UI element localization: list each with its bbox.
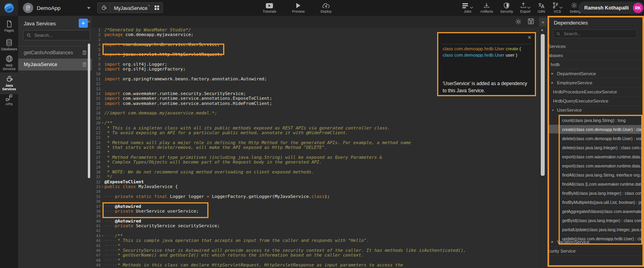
project-switcher[interactable]: DemoApp ▼	[23, 0, 91, 16]
action-export[interactable]: Export	[520, 2, 530, 13]
code-token: import	[104, 42, 120, 47]
dependency-method-row[interactable]: findAll(class java.lang.String, interfac…	[560, 171, 641, 180]
chevron-down-icon	[559, 7, 563, 9]
avatar: RK	[633, 3, 643, 13]
branch-icon	[552, 2, 559, 9]
code-token: package	[104, 32, 123, 37]
code-token: @ExposeToClient	[104, 179, 144, 184]
line-number: 33	[92, 184, 100, 189]
chevron-collapsed-icon: ▶	[549, 72, 557, 75]
code-line: 41····private SecurityService securitySe…	[92, 224, 547, 228]
expand-panel-button[interactable]: »	[539, 18, 547, 27]
signature-token: )	[515, 53, 517, 57]
dependency-method-row[interactable]: delete(class java.lang.Integer) : class …	[560, 143, 641, 152]
add-service-button[interactable]: +	[79, 19, 88, 28]
dependency-method-row[interactable]: findAll(class [Lcom.wavemaker.runtime.da…	[560, 180, 641, 189]
line-number: 12	[92, 82, 100, 86]
action-tutorials[interactable]: Tutorials	[263, 2, 276, 13]
code-token: com.wavemaker.runtime.security.SecurityS…	[120, 91, 246, 96]
tree-item-vacationservice[interactable]: ▶VacationService	[549, 238, 642, 247]
action-preview[interactable]: Preview	[292, 2, 305, 13]
chevron-collapsed-icon: ▶	[549, 81, 557, 84]
panel-scrollbar[interactable]	[88, 44, 90, 178]
code-line: 31 */	[92, 175, 547, 179]
code-token: ····	[104, 194, 115, 199]
delete-service-icon[interactable]	[82, 50, 87, 55]
line-number: 29	[92, 165, 100, 170]
dependency-method-row[interactable]: delete(class com.demoapp.hrdb.User) : vo…	[560, 134, 641, 143]
code-token: class	[311, 194, 324, 199]
dependency-search-box	[553, 29, 637, 38]
code-token: import	[104, 91, 120, 96]
code-token: =	[206, 194, 209, 199]
studio-logo[interactable]	[0, 0, 18, 16]
tree-item-databases[interactable]: Databases	[549, 51, 642, 60]
user-menu[interactable]: Ramesh Kothapalli RK	[578, 2, 644, 14]
close-icon[interactable]: ×	[528, 34, 531, 41]
dependency-method-row[interactable]: findByMultipleIds(java.util.List, boolea…	[560, 198, 641, 207]
dependency-method-row[interactable]: create(class com.demoapp.hrdb.User) : cl…	[560, 125, 641, 134]
code-token: /**	[104, 120, 112, 125]
tree-item-userservice[interactable]: ▼UserService	[549, 106, 642, 115]
signature-token: (	[518, 46, 521, 51]
service-list-item[interactable]: getCardsAndBalances	[18, 47, 92, 59]
sidebar-item-java-services[interactable]: Java Services	[0, 72, 18, 94]
tree-item-label: hrdb	[549, 62, 560, 67]
code-token: org.springframework.beans.factory.annota…	[120, 76, 267, 82]
line-number: 44	[92, 238, 100, 243]
open-file-tab[interactable]: MyJavaService*	[97, 2, 163, 13]
dependency-method-row[interactable]: getById(class java.lang.Integer) : class…	[560, 216, 641, 225]
dependency-method-row[interactable]: export(class com.wavemaker.runtime.data.…	[560, 152, 641, 162]
line-number: 46	[92, 248, 100, 253]
save-icon[interactable]	[528, 18, 534, 25]
action-artifacts[interactable]: Artifacts	[480, 2, 493, 13]
sidebar-item-apis[interactable]: APIs	[0, 94, 18, 106]
service-search-input[interactable]	[34, 32, 87, 38]
fold-arrow-icon[interactable]: ▾	[100, 184, 104, 189]
sidebar-item-pages[interactable]: Pages	[0, 20, 18, 32]
code-token: ····	[104, 233, 115, 238]
dependency-method-row[interactable]: export(class com.wavemaker.runtime.data.…	[560, 162, 641, 171]
chevron-down-icon: ▼	[86, 6, 91, 10]
editor-settings-icon[interactable]	[515, 18, 522, 25]
action-vcs[interactable]: VCS	[552, 2, 563, 13]
action-label: Preview	[292, 10, 305, 13]
editor-scrollbar-thumb[interactable]	[541, 34, 545, 176]
code-token: private	[115, 223, 133, 228]
grid-layout-icon[interactable]	[151, 5, 163, 10]
line-number: 34	[92, 189, 100, 194]
action-i18n[interactable]: I18N	[538, 2, 545, 13]
sidebar-item-label: Java Services	[0, 84, 18, 91]
project-name: DemoApp	[37, 5, 61, 11]
tree-item-hrdbprocedureexecutorservice[interactable]: HrdbProcedureExecutorService	[549, 87, 642, 97]
tree-item-services[interactable]: Services	[549, 42, 642, 51]
sidebar-item-web-services[interactable]: Web Services	[0, 55, 18, 71]
tree-item-employeeservice[interactable]: ▶EmployeeService	[549, 78, 642, 87]
tree-item-security-service[interactable]: Security Service	[549, 247, 642, 256]
dependency-search-input[interactable]	[563, 31, 634, 36]
service-name: getCardsAndBalances	[24, 50, 82, 55]
tree-item-hrdbqueryexecutorservice[interactable]: HrdbQueryExecutorService	[549, 97, 642, 106]
dependency-method-row[interactable]: partialUpdate(class java.lang.Integer, j…	[560, 225, 641, 234]
dependency-method-row[interactable]: getAggregatedValues(class com.wavemaker.…	[560, 207, 641, 216]
tree-item-hrdb[interactable]: hrdb	[549, 60, 642, 69]
fold-arrow-icon[interactable]: ▾	[100, 234, 104, 238]
delete-service-icon[interactable]	[82, 62, 87, 67]
project-icon	[23, 3, 33, 13]
dependency-method-row[interactable]: count(class java.lang.String) : long	[560, 116, 641, 125]
method-signature-line1: class com.demoapp.hrdb.User create (	[443, 46, 521, 51]
collapse-panel-button[interactable]: «	[87, 18, 90, 24]
action-security[interactable]: Security	[500, 2, 513, 13]
code-token: ·····	[104, 243, 117, 248]
method-signature-line2: class com.demoapp.hrdb.User user )	[443, 53, 517, 57]
action-jobs[interactable]: Jobs	[462, 2, 473, 13]
sidebar-item-databases[interactable]: Databases	[0, 39, 18, 51]
action-deploy[interactable]: Deploy	[320, 2, 331, 13]
popup-message: 'UserService' is added as a dependency t…	[443, 80, 527, 94]
service-list-item[interactable]: MyJavaService	[18, 59, 92, 70]
tree-item-departmentservice[interactable]: ▶DepartmentService	[549, 69, 642, 78]
fold-arrow-icon[interactable]: ▾	[100, 121, 104, 125]
scroll-up-arrow[interactable]: ▲	[540, 28, 544, 32]
panel-title: Java Services	[24, 21, 56, 27]
dependency-method-row[interactable]: findById(class java.lang.Integer) : clas…	[560, 189, 641, 198]
